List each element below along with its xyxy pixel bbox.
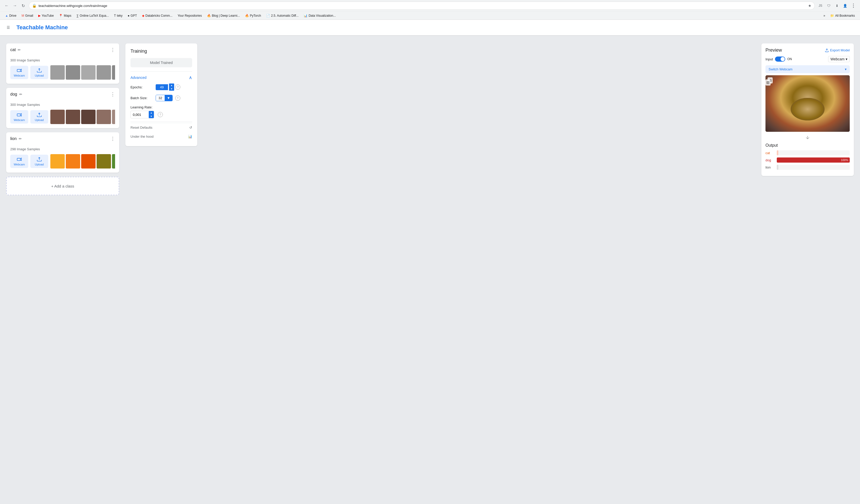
bookmark-pytorch[interactable]: 🔥 PyTorch <box>243 13 263 18</box>
lion-title-row: lion ✏ <box>10 136 22 141</box>
export-model-button[interactable]: Export Model <box>825 48 850 53</box>
lr-help-icon[interactable]: ? <box>158 112 163 117</box>
dog-upload-button[interactable]: Upload <box>30 110 48 124</box>
cat-samples-count: 300 Image Samples <box>10 58 115 62</box>
bookmark-youtube[interactable]: ▶ YouTube <box>36 13 56 18</box>
lr-down-button[interactable]: ▼ <box>149 115 154 118</box>
switch-webcam-chevron-icon: ▾ <box>845 67 847 71</box>
cat-class-card: cat ✏ ⋮ 300 Image Samples Webcam <box>6 43 119 84</box>
svg-rect-2 <box>17 158 20 161</box>
training-card: Training Model Trained Advanced ∧ Epochs… <box>125 43 197 146</box>
reset-defaults-label: Reset Defaults <box>130 126 152 129</box>
cat-title-row: cat ✏ <box>10 47 21 52</box>
bookmark-databricks[interactable]: ◆ Databricks Comm... <box>140 13 174 18</box>
learning-rate-row: Learning Rate: ▲ ▼ ? <box>130 105 192 118</box>
cat-webcam-button[interactable]: Webcam <box>10 66 28 79</box>
epochs-up-button[interactable]: ▲ <box>169 84 174 87</box>
split-view-icon[interactable]: ⊟ <box>765 80 771 86</box>
address-bar[interactable]: 🔒 teachablemachine.withgoogle.com/train/… <box>29 2 815 10</box>
batch-size-help-icon[interactable]: ? <box>175 96 180 101</box>
preview-arrow <box>765 134 850 141</box>
dog-samples-row: Webcam Upload <box>10 110 115 124</box>
lion-upload-button[interactable]: Upload <box>30 155 48 168</box>
advanced-header[interactable]: Advanced ∧ <box>130 72 192 84</box>
extensions-button[interactable]: JS <box>817 2 824 9</box>
model-trained-button[interactable]: Model Trained <box>130 58 192 67</box>
url-text: teachablemachine.withgoogle.com/train/im… <box>39 4 806 8</box>
back-button[interactable]: ← <box>3 2 10 9</box>
bookmark-maps[interactable]: 📍 Maps <box>57 13 73 18</box>
lion-sample-images <box>51 154 115 169</box>
bookmark-latex[interactable]: ∑ Online LaTeX Equa... <box>74 13 111 18</box>
bookmark-repos[interactable]: Your Repositories <box>175 13 204 18</box>
lion-edit-icon[interactable]: ✏ <box>19 136 22 141</box>
lr-spinner: ▲ ▼ <box>149 111 154 118</box>
lion-more-icon[interactable]: ⋮ <box>111 136 115 142</box>
batch-size-label: Batch Size: <box>130 96 154 100</box>
lion-output-item: lion <box>765 165 850 170</box>
app-container: cat ✏ ⋮ 300 Image Samples Webcam <box>0 35 860 504</box>
batch-size-control: 32 ▼ ? <box>156 95 180 101</box>
preview-header: Preview Export Model <box>765 47 850 53</box>
app-header: ☰ Teachable Machine <box>0 20 860 35</box>
dog-class-name: dog <box>10 92 17 97</box>
preview-image-inner <box>765 75 850 132</box>
switch-webcam-dropdown[interactable]: Switch Webcam ▾ <box>765 65 850 73</box>
preview-image: ⊞ ⊟ <box>765 75 850 132</box>
epochs-input[interactable] <box>156 84 168 90</box>
epochs-row: Epochs: ▲ ▼ ? <box>130 84 192 91</box>
lion-class-header: lion ✏ ⋮ <box>6 132 119 145</box>
bookmark-dataviz[interactable]: 📊 Data Visualization... <box>302 13 338 18</box>
cat-class-name: cat <box>10 47 16 52</box>
profile-button[interactable]: 👤 <box>842 2 849 9</box>
batch-size-dropdown-button[interactable]: ▼ <box>164 95 172 101</box>
learning-rate-input[interactable] <box>131 112 149 118</box>
dog-edit-icon[interactable]: ✏ <box>19 92 22 96</box>
dog-webcam-button[interactable]: Webcam <box>10 110 28 124</box>
epochs-help-icon[interactable]: ? <box>175 85 180 90</box>
bookmark-drive[interactable]: ▲ Drive <box>3 13 18 18</box>
lr-up-button[interactable]: ▲ <box>149 111 154 115</box>
dog-output-bar: 100% <box>777 157 850 163</box>
browser-nav-icons: ← → ↻ <box>3 2 27 9</box>
lion-webcam-button[interactable]: Webcam <box>10 155 28 168</box>
shield-icon[interactable]: 🛡 <box>825 2 832 9</box>
epochs-label: Epochs: <box>130 85 154 89</box>
bookmark-blog[interactable]: 🔥 Blog | Deep Learni... <box>205 13 242 18</box>
bookmark-gmail[interactable]: M Gmail <box>19 13 35 18</box>
browser-chrome: ← → ↻ 🔒 teachablemachine.withgoogle.com/… <box>0 0 860 20</box>
bookmark-autodiff[interactable]: 📄 2.5. Automatic Diff... <box>264 13 301 18</box>
webcam-select-button[interactable]: Webcam ▾ <box>828 56 850 62</box>
bookmark-teky[interactable]: T teky <box>112 13 125 18</box>
on-label: ON <box>787 57 792 61</box>
epochs-down-button[interactable]: ▼ <box>169 87 174 91</box>
cat-upload-button[interactable]: Upload <box>30 66 48 79</box>
cat-more-icon[interactable]: ⋮ <box>111 47 115 53</box>
training-title: Training <box>130 48 192 54</box>
advanced-section: Advanced ∧ Epochs: ▲ ▼ ? <box>130 71 192 141</box>
dog-class-body: 300 Image Samples Webcam Upload <box>6 101 119 128</box>
downloads-button[interactable]: ⬇ <box>833 2 841 9</box>
reload-button[interactable]: ↻ <box>19 2 27 9</box>
forward-button[interactable]: → <box>11 2 18 9</box>
all-bookmarks[interactable]: 📁 All Bookmarks <box>828 13 857 18</box>
add-class-card[interactable]: + Add a class <box>6 177 119 195</box>
input-toggle[interactable] <box>775 57 785 62</box>
lion-class-name: lion <box>10 136 17 141</box>
reset-defaults-row[interactable]: Reset Defaults ↺ <box>130 123 192 132</box>
dog-more-icon[interactable]: ⋮ <box>111 91 115 97</box>
bookmarks-overflow[interactable]: » <box>821 13 827 18</box>
under-hood-label: Under the hood <box>130 134 154 139</box>
bookmarks-bar: ▲ Drive M Gmail ▶ YouTube 📍 Maps ∑ Onlin… <box>0 11 860 19</box>
main-content: cat ✏ ⋮ 300 Image Samples Webcam <box>0 35 860 203</box>
learning-rate-label: Learning Rate: <box>130 105 192 109</box>
browser-actions: JS 🛡 ⬇ 👤 ⋮ <box>817 2 857 9</box>
preview-title: Preview <box>765 47 782 53</box>
hamburger-menu[interactable]: ☰ <box>4 24 12 32</box>
menu-button[interactable]: ⋮ <box>850 2 857 9</box>
dog-class-card: dog ✏ ⋮ 300 Image Samples Webcam <box>6 88 119 128</box>
cat-edit-icon[interactable]: ✏ <box>18 48 21 52</box>
under-hood-row[interactable]: Under the hood 📊 <box>130 132 192 141</box>
bookmark-gpt[interactable]: ● GPT <box>126 13 139 18</box>
chart-icon: 📊 <box>188 134 192 139</box>
